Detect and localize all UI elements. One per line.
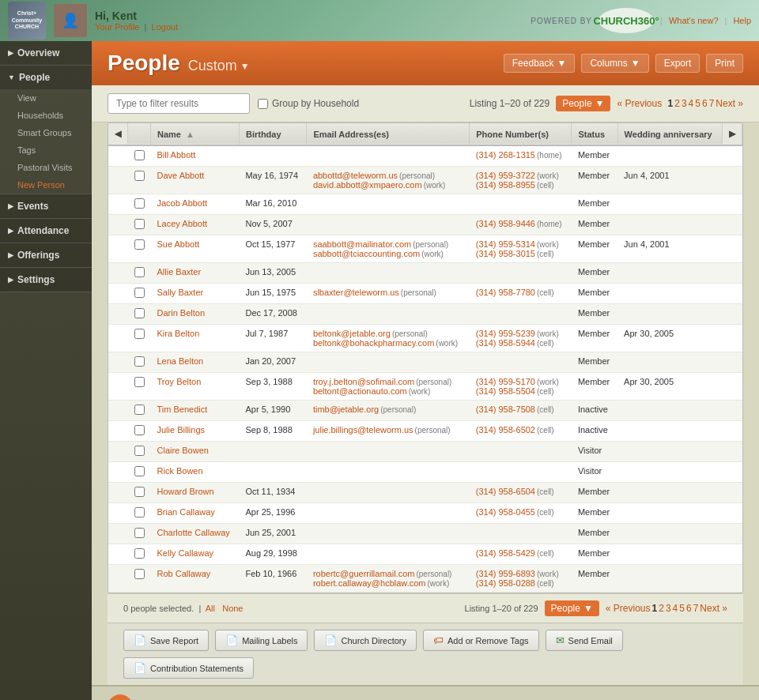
row-checkbox[interactable] [134,507,145,517]
prev-link-top[interactable]: « Previous [617,98,662,109]
select-all-link[interactable]: All [206,604,215,613]
page-5-bottom[interactable]: 5 [679,603,685,614]
church-directory-button[interactable]: 📄 Church Directory [314,630,417,651]
sidebar-item-new-person[interactable]: New Person [9,176,92,194]
sidebar-item-events[interactable]: ▶ Events [0,194,92,218]
person-name-link[interactable]: Howard Brown [157,487,214,496]
people-filter-dropdown[interactable]: People ▼ [556,96,610,111]
page-1-bottom[interactable]: 1 [652,603,658,614]
person-name-link[interactable]: Darin Belton [157,308,206,318]
page-3-top[interactable]: 3 [682,98,687,109]
row-checkbox[interactable] [134,198,145,209]
sidebar-item-smart-groups[interactable]: Smart Groups [9,124,92,141]
person-name-link[interactable]: Claire Bowen [157,446,209,455]
row-checkbox[interactable] [134,239,145,250]
person-name-link[interactable]: Charlotte Callaway [157,528,230,537]
email-link[interactable]: beltonk@jetable.org [313,329,391,338]
person-name-link[interactable]: Rob Callaway [157,569,211,578]
email-link[interactable]: abbottd@teleworm.us [313,171,398,180]
sidebar-item-households[interactable]: Households [9,107,92,124]
people-filter-dropdown-bottom[interactable]: People ▼ [545,600,599,616]
row-checkbox[interactable] [134,329,145,339]
logout-link[interactable]: Logout [152,22,179,32]
person-name-link[interactable]: Troy Belton [157,377,202,386]
sidebar-item-overview[interactable]: ▶ Overview [0,41,92,65]
email-link[interactable]: robertc@guerrillamail.com [313,569,415,578]
page-2-top[interactable]: 2 [674,98,680,109]
row-checkbox[interactable] [134,377,145,387]
email-link[interactable]: robert.callaway@hcblaw.com [313,578,426,588]
person-name-link[interactable]: Dave Abbott [157,171,205,180]
row-checkbox[interactable] [134,171,145,181]
filter-input[interactable] [108,93,250,114]
prev-col-btn[interactable]: ◀ [108,123,128,145]
sidebar-item-attendance[interactable]: ▶ Attendance [0,219,92,243]
page-6-top[interactable]: 6 [702,98,708,109]
your-profile-link[interactable]: Your Profile [95,22,139,32]
row-checkbox[interactable] [134,425,145,435]
person-name-link[interactable]: Bill Abbott [157,150,196,160]
prev-link-bottom[interactable]: « Previous [606,603,651,614]
person-name-link[interactable]: Sally Baxter [157,288,204,297]
email-link[interactable]: saabbott@mailinator.com [313,239,411,249]
print-button[interactable]: Print [706,54,743,73]
row-checkbox[interactable] [134,528,145,538]
person-name-link[interactable]: Kelly Callaway [157,548,214,558]
row-checkbox[interactable] [134,466,145,476]
col-name[interactable]: Name ▲ [151,123,240,145]
contribution-statements-button[interactable]: 📄 Contribution Statements [123,657,254,679]
email-link[interactable]: david.abbott@xmpaero.com [313,180,422,190]
person-name-link[interactable]: Brian Callaway [157,507,215,517]
sidebar-item-pastoral-visits[interactable]: Pastoral Visits [9,159,92,176]
page-4-bottom[interactable]: 4 [673,603,678,614]
group-by-household-label[interactable]: Group by Household [258,98,359,109]
export-button[interactable]: Export [655,54,700,73]
person-name-link[interactable]: Allie Baxter [157,267,202,277]
row-checkbox[interactable] [134,569,145,579]
row-checkbox[interactable] [134,267,145,277]
page-6-bottom[interactable]: 6 [686,603,692,614]
next-link-bottom[interactable]: Next » [700,603,727,614]
email-link[interactable]: beltont@actionauto.com [313,386,407,396]
person-name-link[interactable]: Sue Abbott [157,239,200,249]
sidebar-item-view[interactable]: View [9,89,92,107]
row-checkbox[interactable] [134,446,145,456]
email-link[interactable]: sabbott@tciaccounting.com [313,249,420,258]
email-link[interactable]: troy.j.belton@sofimail.com [313,377,414,386]
person-name-link[interactable]: Rick Bowen [157,466,203,476]
person-name-link[interactable]: Julie Billings [157,425,206,435]
save-report-button[interactable]: 📄 Save Report [123,630,209,651]
person-name-link[interactable]: Tim Benedict [157,405,208,414]
sidebar-item-settings[interactable]: ▶ Settings [0,268,92,292]
email-link[interactable]: timb@jetable.org [313,405,379,414]
send-email-button[interactable]: ✉ Send Email [546,630,623,651]
row-checkbox[interactable] [134,356,145,367]
row-checkbox[interactable] [134,405,145,415]
row-checkbox[interactable] [134,308,145,318]
row-checkbox[interactable] [134,487,145,497]
row-checkbox[interactable] [134,288,145,298]
sidebar-item-offerings[interactable]: ▶ Offerings [0,243,92,267]
columns-button[interactable]: Columns ▼ [581,54,648,73]
next-link-top[interactable]: Next » [716,98,743,109]
page-5-top[interactable]: 5 [695,98,700,109]
page-3-bottom[interactable]: 3 [666,603,671,614]
row-checkbox[interactable] [134,150,145,160]
page-2-bottom[interactable]: 2 [659,603,664,614]
row-checkbox[interactable] [134,548,145,559]
person-name-link[interactable]: Lena Belton [157,356,204,366]
mailing-labels-button[interactable]: 📄 Mailing Labels [215,630,308,651]
person-name-link[interactable]: Lacey Abbott [157,219,208,228]
help-link[interactable]: Help [733,16,751,25]
page-7-bottom[interactable]: 7 [693,603,699,614]
row-checkbox[interactable] [134,219,145,229]
person-name-link[interactable]: Kira Belton [157,329,200,338]
feedback-button[interactable]: Feedback ▼ [504,54,576,73]
select-none-link[interactable]: None [222,604,243,613]
page-1-top[interactable]: 1 [668,98,674,109]
email-link[interactable]: julie.billings@teleworm.us [313,425,413,435]
sidebar-item-tags[interactable]: Tags [9,141,92,159]
custom-dropdown[interactable]: Custom ▼ [188,58,250,74]
page-7-top[interactable]: 7 [709,98,715,109]
add-remove-tags-button[interactable]: 🏷 Add or Remove Tags [423,630,539,651]
